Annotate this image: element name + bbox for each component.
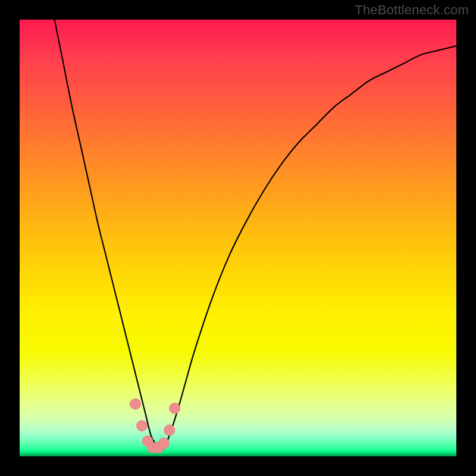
marker-point [130, 399, 141, 409]
marker-point [170, 403, 180, 414]
marker-point [137, 421, 148, 431]
watermark-text: TheBottleneck.com [355, 2, 469, 18]
marker-point [164, 425, 175, 436]
marker-layer [130, 399, 180, 453]
curve-layer [46, 20, 456, 449]
bottleneck-curve [46, 20, 456, 449]
outer-frame: TheBottleneck.com [0, 0, 476, 476]
chart-svg [20, 20, 456, 456]
marker-point [158, 438, 169, 449]
plot-area [20, 20, 456, 456]
